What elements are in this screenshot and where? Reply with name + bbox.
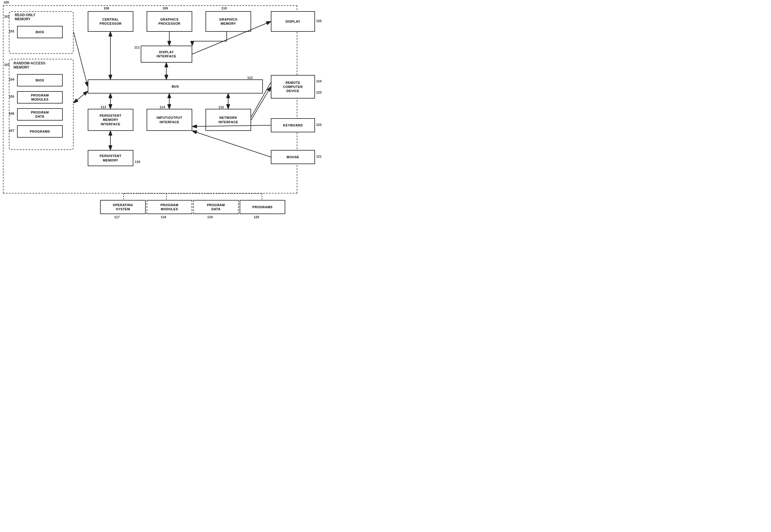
display-interface-box: DISPLAYINTERFACE xyxy=(141,46,192,63)
label-104: 104 xyxy=(9,78,14,81)
label-102: 102 xyxy=(9,29,14,33)
label-121: 121 xyxy=(316,155,322,158)
io-interface-box: INPUT/OUTPUTINTERFACE xyxy=(146,109,192,131)
label-111: 111 xyxy=(134,46,139,49)
label-123: 123 xyxy=(316,91,322,94)
graphics-processor-box: GRAPHICSPROCESSOR xyxy=(146,11,192,32)
bios1-box: BIOS xyxy=(17,26,63,38)
label-124: 124 xyxy=(316,79,322,83)
bios2-box: BIOS xyxy=(17,74,63,86)
label-115: 115 xyxy=(219,105,224,109)
label-107: 107 xyxy=(9,129,14,132)
program-modules1-box: PROGRAMMODULES xyxy=(17,91,63,104)
label-122: 122 xyxy=(316,123,322,126)
label-118: 118 xyxy=(161,215,166,219)
label-125: 125 xyxy=(316,19,322,23)
persistent-memory-box: PERSISTENTMEMORY xyxy=(88,150,133,166)
program-modules2-box: PROGRAMMODULES xyxy=(146,200,192,214)
programs1-box: PROGRAMS xyxy=(17,125,63,138)
label-116: 116 xyxy=(135,160,140,164)
label-109: 109 xyxy=(162,6,168,10)
diagram: 100 101 READ-ONLYMEMORY BIOS 102 103 RAN… xyxy=(0,0,324,224)
label-103: 103 xyxy=(4,63,9,66)
keyboard-box: KEYBOARD xyxy=(271,118,315,132)
label-105: 105 xyxy=(9,95,14,98)
operating-system-box: OPERATINGSYSTEM xyxy=(100,200,146,214)
label-117: 117 xyxy=(114,215,119,219)
label-119: 119 xyxy=(207,215,213,219)
persistent-memory-interface-box: PERSISTENTMEMORYINTERFACE xyxy=(88,109,133,131)
programs2-box: PROGRAMS xyxy=(240,200,285,214)
central-processor-box: CENTRALPROCESSOR xyxy=(88,11,133,32)
mouse-box: MOUSE xyxy=(271,150,315,164)
display-box: DISPLAY xyxy=(271,11,315,32)
label-101: 101 xyxy=(4,15,9,18)
label-113: 113 xyxy=(101,105,106,109)
label-110: 110 xyxy=(222,6,227,10)
bus-box: BUS xyxy=(88,79,263,94)
program-data2-box: PROGRAMDATA xyxy=(193,200,239,214)
label-106: 106 xyxy=(9,112,14,115)
label-108: 108 xyxy=(104,6,109,10)
label-120: 120 xyxy=(254,215,259,219)
label-112: 112 xyxy=(247,76,253,79)
network-interface-box: NETWORKINTERFACE xyxy=(206,109,251,131)
ram-label: RANDOM-ACCESSMEMORY xyxy=(14,61,45,69)
rom-label: READ-ONLYMEMORY xyxy=(15,13,35,21)
label-100: 100 xyxy=(4,1,9,4)
graphics-memory-box: GRAPHICSMEMORY xyxy=(206,11,251,32)
program-data1-box: PROGRAMDATA xyxy=(17,108,63,121)
label-114: 114 xyxy=(159,105,165,109)
remote-computer-device-box: REMOTECOMPUTERDEVICE xyxy=(271,75,315,99)
